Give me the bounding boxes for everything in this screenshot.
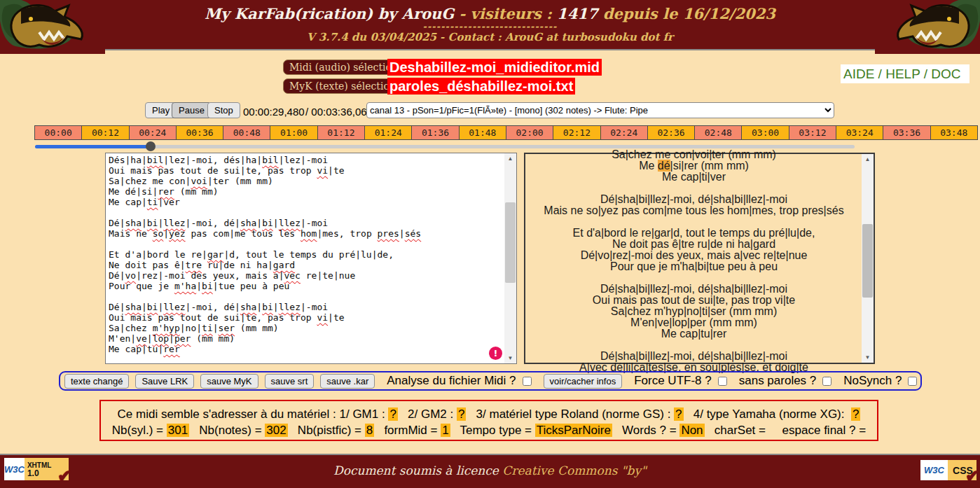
editor-line: Mais ne so|yez pas com|me tous les hom|m… bbox=[109, 228, 504, 239]
progress-slider-track[interactable] bbox=[35, 145, 855, 148]
timeline-tick[interactable]: 01:36 bbox=[412, 126, 459, 139]
timeline-tick[interactable]: 03:48 bbox=[931, 126, 977, 139]
preview-line: Ne doit pas ê|tre ru|de ni ha|gard bbox=[525, 239, 862, 250]
sauve-myk-button[interactable]: sauve MyK bbox=[200, 374, 258, 389]
timeline-tick[interactable]: 02:00 bbox=[506, 126, 553, 139]
misspelled-syllable: rer bbox=[158, 186, 174, 197]
preview-line: Sa|chez me con|voi|ter (mm mm) bbox=[525, 149, 862, 160]
analyse-midi-checkbox[interactable] bbox=[523, 376, 532, 386]
w3c-css-badge[interactable]: W3C CSS ✔ bbox=[920, 460, 976, 480]
visitors-since: depuis le 16/12/2023 bbox=[598, 5, 775, 22]
w3c-logo: W3C bbox=[920, 460, 948, 480]
timeline-tick[interactable]: 01:00 bbox=[270, 126, 317, 139]
misspelled-syllable: yez bbox=[169, 228, 185, 239]
misspelled-syllable: gard bbox=[273, 260, 295, 270]
preview-line: Dé|sha|bi|llez|-moi, dé|sha|bi|llez|-moi bbox=[525, 284, 862, 295]
timeline-tick[interactable]: 02:12 bbox=[553, 126, 600, 139]
preview-line bbox=[525, 183, 862, 194]
progress-slider-thumb[interactable] bbox=[146, 141, 156, 151]
editor-line: Pour que je m'ha|bi|tue peu à peu bbox=[109, 281, 504, 291]
misspelled-syllable: m'ha bbox=[174, 281, 196, 291]
sauve-kar-button[interactable]: sauve .kar bbox=[320, 374, 375, 389]
scroll-up-icon[interactable]: ▲ bbox=[862, 154, 874, 165]
misspelled-syllable: ti bbox=[202, 323, 213, 333]
timeline-tick[interactable]: 00:36 bbox=[177, 126, 223, 139]
misspelled-syllable: sha bbox=[125, 218, 141, 228]
timeline-tick[interactable]: 01:48 bbox=[460, 126, 506, 139]
force-utf8-checkbox[interactable] bbox=[718, 376, 727, 386]
misspelled-syllable: bi bbox=[262, 302, 273, 312]
timeline-tick[interactable]: 02:24 bbox=[601, 126, 648, 139]
timeline-tick[interactable]: 01:24 bbox=[365, 126, 412, 139]
midi-file-name: Deshabillez-moi_midieditor.mid bbox=[387, 59, 602, 76]
site-title: My KarFab(rication) by ArouG bbox=[205, 5, 454, 22]
timeline-tick[interactable]: 03:36 bbox=[883, 126, 930, 139]
misspelled-syllable: hom bbox=[301, 228, 317, 239]
page-footer: W3C XHTML 1.0 ✔ Document soumis à licenc… bbox=[0, 454, 980, 488]
editor-line: Dé|vo|rez|-moi des yeux, mais a|vec re|t… bbox=[109, 270, 504, 281]
progress-slider-fill bbox=[35, 145, 151, 148]
current-syllable-highlight: dé bbox=[658, 160, 670, 172]
voir-cacher-infos-button[interactable]: voir/cacher infos bbox=[544, 374, 623, 389]
pause-button[interactable]: Pause bbox=[172, 102, 212, 118]
analysis-value: ? bbox=[457, 407, 466, 421]
preview-line: Dé|sha|bi|llez|-moi, dé|sha|bi|llez|-moi bbox=[525, 351, 862, 362]
sans-paroles-checkbox[interactable] bbox=[822, 376, 831, 386]
channel-select[interactable]: canal 13 - pSon=1/pFic=1(FlÃ»te) - [mono… bbox=[366, 102, 834, 118]
misspelled-syllable: llez bbox=[279, 218, 301, 228]
nosynch-checkbox[interactable] bbox=[908, 376, 917, 386]
timeline-tick[interactable]: 02:36 bbox=[648, 126, 695, 139]
misspelled-syllable: sha bbox=[125, 302, 141, 312]
preview-line bbox=[525, 272, 862, 284]
texte-change-button[interactable]: texte changé bbox=[64, 374, 129, 389]
misspelled-syllable: voi bbox=[191, 176, 207, 186]
timeline-tick[interactable]: 03:12 bbox=[789, 126, 836, 139]
analyse-midi-label: Analyse du fichier Midi ? bbox=[387, 374, 516, 388]
misspelled-syllable: ser bbox=[219, 323, 235, 333]
sauve-lrk-button[interactable]: Sauve LRK bbox=[135, 374, 194, 389]
wolf-artwork-left bbox=[0, 0, 105, 54]
checkmark-icon: ✔ bbox=[965, 466, 979, 486]
license-name: Creative Commons "by" bbox=[502, 463, 647, 477]
editor-line: Oui mais pas tout de sui|te, pas trop vi… bbox=[109, 312, 504, 323]
misspelled-syllable: tre bbox=[186, 260, 202, 270]
misspelled-syllable: bi bbox=[262, 218, 273, 228]
lyrics-editor-text[interactable]: Dés|ha|bil|lez|-moi, dés|ha|bil|lez|-moi… bbox=[106, 153, 504, 363]
spellcheck-alert-icon[interactable]: ! bbox=[489, 347, 502, 360]
timeline-tick[interactable]: 03:24 bbox=[836, 126, 883, 139]
editor-scrollbar-thumb[interactable] bbox=[505, 202, 516, 283]
timeline-tick[interactable]: 00:00 bbox=[35, 126, 82, 139]
timeline-tick[interactable]: 01:12 bbox=[318, 126, 365, 139]
stop-button[interactable]: Stop bbox=[207, 102, 240, 118]
timeline-tick[interactable]: 03:00 bbox=[742, 126, 789, 139]
misspelled-syllable: llez bbox=[279, 302, 301, 312]
editor-line: Dés|ha|bil|lez|-moi, dés|ha|bil|lez|-moi bbox=[109, 155, 504, 165]
timeline-tick[interactable]: 02:48 bbox=[695, 126, 742, 139]
editor-scrollbar[interactable]: ▲ ▼ bbox=[504, 153, 516, 363]
scroll-down-icon[interactable]: ▼ bbox=[504, 353, 516, 363]
visitors-prefix: - visiteurs : bbox=[454, 5, 557, 22]
preview-line: Sa|chez m'hyp|no|ti|ser (mm mm) bbox=[525, 306, 862, 317]
misspelled-syllable: vec bbox=[284, 270, 300, 281]
editor-line bbox=[109, 207, 504, 218]
misspelled-syllable: bi bbox=[202, 281, 213, 291]
preview-line bbox=[525, 340, 862, 351]
help-link[interactable]: AIDE / HELP / DOC bbox=[841, 64, 969, 83]
misspelled-syllable: ti bbox=[147, 197, 158, 207]
editor-line: Me cap|ti|ver bbox=[109, 197, 504, 207]
timeline-tick[interactable]: 00:12 bbox=[82, 126, 129, 139]
scroll-down-icon[interactable]: ▼ bbox=[862, 352, 874, 363]
analysis-value: ? bbox=[674, 407, 683, 421]
editor-line: Dé|sha|bi|llez|-moi, dé|sha|bi|llez|-moi bbox=[109, 302, 504, 312]
preview-scrollbar[interactable]: ▲ ▼ bbox=[862, 154, 874, 363]
sauve-srt-button[interactable]: sauve srt bbox=[265, 374, 315, 389]
analysis-line-1: Ce midi semble s'adresser à du matériel … bbox=[101, 406, 877, 422]
editor-line bbox=[109, 239, 504, 249]
license-text: Document soumis à licence Creative Commo… bbox=[0, 463, 980, 477]
timeline-tick[interactable]: 00:24 bbox=[130, 126, 177, 139]
license-prefix: Document soumis à licence bbox=[333, 463, 502, 477]
preview-scrollbar-thumb[interactable] bbox=[862, 224, 873, 298]
timeline-tick[interactable]: 00:48 bbox=[223, 126, 270, 139]
scroll-up-icon[interactable]: ▲ bbox=[504, 153, 516, 164]
analysis-value: Non bbox=[679, 424, 704, 437]
